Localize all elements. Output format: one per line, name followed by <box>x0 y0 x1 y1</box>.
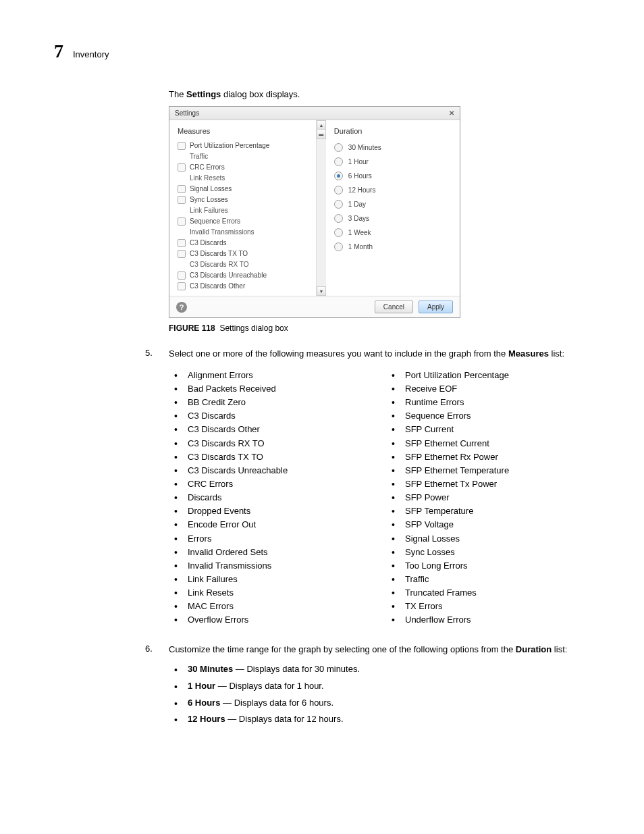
list-item: SFP Temperature <box>386 504 603 518</box>
list-item: TX Errors <box>386 600 603 613</box>
duration-option[interactable]: 3 Days <box>334 211 452 226</box>
step-number: 5. <box>145 348 169 640</box>
list-item: Invalid Transmissions <box>169 559 386 573</box>
checkbox[interactable] <box>178 250 186 258</box>
duration-label: 1 Hour <box>348 155 369 169</box>
duration-label: 30 Minutes <box>348 140 381 155</box>
duration-option[interactable]: 1 Hour <box>334 155 452 169</box>
list-item: 30 Minutes — Displays data for 30 minute… <box>169 661 603 678</box>
list-item: C3 Discards RX TO <box>169 437 386 450</box>
checkbox[interactable] <box>178 239 186 247</box>
step-6: 6. Customize the time range for the grap… <box>145 644 603 729</box>
measure-label: CRC Errors <box>190 162 225 173</box>
figure-text: Settings dialog box <box>219 323 288 333</box>
list-item: Overflow Errors <box>169 613 386 627</box>
list-item: Invalid Ordered Sets <box>169 546 386 559</box>
checkbox[interactable] <box>178 142 186 150</box>
checkbox[interactable] <box>178 271 186 280</box>
list-item: Too Long Errors <box>386 559 603 573</box>
radio-icon[interactable] <box>334 242 343 251</box>
scroll-thumb[interactable]: ▬ <box>317 130 326 139</box>
list-item: Runtime Errors <box>386 396 603 409</box>
intro-text: The Settings dialog box displays. <box>169 89 603 99</box>
step6-pre: Customize the time range for the graph b… <box>169 644 516 654</box>
checkbox[interactable] <box>178 282 186 290</box>
apply-button[interactable]: Apply <box>419 301 453 313</box>
scroll-down-icon[interactable]: ▼ <box>317 286 326 296</box>
measure-label: Link Resets <box>178 173 321 184</box>
cancel-button[interactable]: Cancel <box>375 301 413 313</box>
list-item: SFP Ethernet Current <box>386 437 603 450</box>
figure-caption: FIGURE 118 Settings dialog box <box>169 323 603 333</box>
radio-icon[interactable] <box>334 214 343 223</box>
list-item: C3 Discards TX TO <box>169 450 386 464</box>
list-item: Sync Losses <box>386 546 603 559</box>
list-item: C3 Discards <box>169 409 386 423</box>
measure-label: C3 Discards TX TO <box>190 249 248 259</box>
list-item: C3 Discards Unreachable <box>169 464 386 477</box>
measure-label: C3 Discards <box>190 238 226 249</box>
list-item: Receive EOF <box>386 382 603 396</box>
duration-label: 1 Day <box>348 197 366 211</box>
radio-icon[interactable] <box>334 143 343 152</box>
radio-icon[interactable] <box>334 228 343 237</box>
measures-heading: Measures <box>178 127 321 135</box>
list-item: Truncated Frames <box>386 586 603 600</box>
duration-option[interactable]: 1 Month <box>334 240 452 254</box>
list-item: SFP Power <box>386 491 603 504</box>
step5-bold: Measures <box>508 348 549 359</box>
list-item: SFP Ethernet Rx Power <box>386 450 603 464</box>
scroll-up-icon[interactable]: ▲ <box>317 120 326 130</box>
dialog-title: Settings <box>175 109 199 117</box>
checkbox[interactable] <box>178 163 186 172</box>
duration-option[interactable]: 30 Minutes <box>334 140 452 155</box>
help-icon[interactable]: ? <box>176 302 187 313</box>
measure-label: Traffic <box>178 151 321 162</box>
list-item: MAC Errors <box>169 600 386 613</box>
checkbox[interactable] <box>178 196 186 204</box>
duration-label: 12 Hours <box>348 183 376 197</box>
scrollbar[interactable]: ▲ ▬ ▼ <box>316 120 326 296</box>
list-item: Link Resets <box>169 586 386 600</box>
list-item: Traffic <box>386 573 603 586</box>
list-item: SFP Current <box>386 423 603 436</box>
step6-post: list: <box>552 644 567 654</box>
measure-label: C3 Discards Other <box>190 281 245 292</box>
radio-icon[interactable] <box>334 172 343 180</box>
list-item: 6 Hours — Displays data for 6 hours. <box>169 695 603 712</box>
step5-post: list: <box>549 348 564 359</box>
duration-label: 3 Days <box>348 211 369 226</box>
measure-label: Invalid Transmissions <box>178 227 321 238</box>
list-item: SFP Voltage <box>386 518 603 531</box>
checkbox[interactable] <box>178 185 186 193</box>
list-item: 1 Hour — Displays data for 1 hour. <box>169 678 603 695</box>
step6-bold: Duration <box>516 644 552 654</box>
list-item: Underflow Errors <box>386 613 603 627</box>
duration-option[interactable]: 12 Hours <box>334 183 452 197</box>
list-item: Link Failures <box>169 573 386 586</box>
list-item: CRC Errors <box>169 477 386 491</box>
close-icon[interactable]: ✕ <box>449 109 454 117</box>
chapter-number: 7 <box>54 41 63 62</box>
checkbox[interactable] <box>178 217 186 226</box>
list-item: Signal Losses <box>386 532 603 546</box>
duration-option[interactable]: 6 Hours <box>334 169 452 183</box>
list-item: Encode Error Out <box>169 518 386 531</box>
list-item: Sequence Errors <box>386 409 603 423</box>
duration-option[interactable]: 1 Week <box>334 226 452 240</box>
list-item: Bad Packets Received <box>169 382 386 396</box>
list-item: Dropped Events <box>169 504 386 518</box>
measure-label: Port Utilization Percentage <box>190 140 269 151</box>
measure-label: Link Failures <box>178 205 321 216</box>
measure-label: Signal Losses <box>190 184 232 194</box>
measure-label: Sync Losses <box>190 194 228 205</box>
settings-dialog: Settings ✕ Measures Port Utilization Per… <box>169 106 460 318</box>
duration-option[interactable]: 1 Day <box>334 197 452 211</box>
duration-label: 1 Month <box>348 240 373 254</box>
list-item: Port Utilization Percentage <box>386 369 603 382</box>
radio-icon[interactable] <box>334 200 343 209</box>
radio-icon[interactable] <box>334 186 343 194</box>
radio-icon[interactable] <box>334 157 343 166</box>
list-item: Discards <box>169 491 386 504</box>
figure-label: FIGURE 118 <box>169 323 215 333</box>
